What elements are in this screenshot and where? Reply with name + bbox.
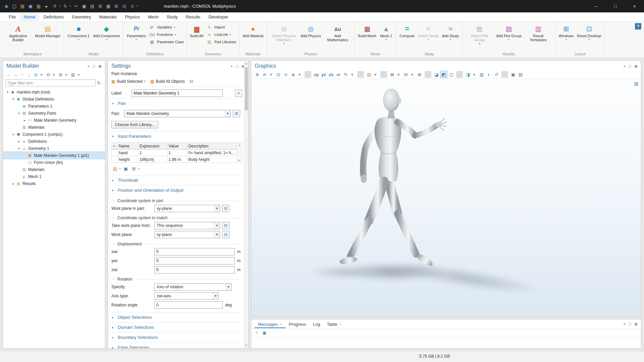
panel-menu-icon[interactable]: ▾ xyxy=(624,64,625,68)
panel-menu-icon[interactable]: ▾ xyxy=(231,64,232,68)
new-file-icon[interactable]: ▢ xyxy=(11,3,18,10)
collapse-menu-icon[interactable]: ▾ xyxy=(51,71,57,78)
tree-item-materials-global[interactable]: Materials xyxy=(3,124,105,131)
specify-select[interactable]: Axis of rotation ▼ xyxy=(154,283,231,291)
separator[interactable] xyxy=(380,71,387,78)
select-physics-interface-button[interactable]: Select Physics Interface ▾ xyxy=(269,23,299,46)
add-physics-button[interactable]: Add Physics xyxy=(299,23,322,39)
dock-panel-icon[interactable]: ▣ xyxy=(635,322,638,326)
result-templates-button[interactable]: Result Templates xyxy=(524,23,553,43)
float-panel-icon[interactable]: ▢ xyxy=(235,64,238,68)
redo-icon[interactable]: ↻ xyxy=(62,3,69,10)
deselect-menu-icon[interactable]: ▾ xyxy=(409,71,416,78)
zoom-box-icon[interactable]: ⊞ xyxy=(416,71,423,78)
expander-icon[interactable]: ▾ xyxy=(5,90,10,94)
separator[interactable] xyxy=(456,71,463,78)
go-to-part-icon[interactable]: ⊞ xyxy=(233,110,240,117)
menu-tab-definitions[interactable]: Definitions xyxy=(40,13,68,21)
zoom-out-icon[interactable]: ⊖ xyxy=(261,71,268,78)
parameters-button[interactable]: Parameters ▾ xyxy=(125,23,147,42)
cut-icon[interactable]: ✂ xyxy=(72,3,80,10)
build-all-objects-button[interactable]: ▦ Build All Objects xyxy=(150,79,185,84)
go-back-icon[interactable]: ← xyxy=(6,71,12,78)
compute-button[interactable]: Compute xyxy=(398,23,416,39)
select-menu-icon[interactable]: ▾ xyxy=(395,71,402,78)
scroll-up-icon[interactable]: ▴ xyxy=(239,143,240,146)
tree-item-parameters[interactable]: Parameters 1 xyxy=(3,103,105,110)
tree-item-global-definitions[interactable]: ▾Global Definitions xyxy=(3,96,105,103)
param-name[interactable]: hand xyxy=(117,149,138,156)
copy-icon[interactable]: ▣ xyxy=(80,3,88,10)
dock-panel-icon[interactable]: ▣ xyxy=(99,64,102,68)
go-to-zx-view-icon[interactable]: zx xyxy=(328,71,334,78)
zoom-to-selection-icon[interactable]: ⊙ xyxy=(282,71,289,78)
window-layout-icon[interactable]: ⊟ xyxy=(121,3,128,10)
load-from-file-icon[interactable]: ▤ xyxy=(111,165,119,172)
save-icon[interactable]: ▣ xyxy=(27,3,34,10)
add-material-button[interactable]: Add Material xyxy=(241,23,265,39)
param-description[interactable]: Body height xyxy=(187,156,237,163)
tree-item-male-manikin-geometry1[interactable]: Male Manikin Geometry 1 (pi1) xyxy=(3,152,105,159)
label-input[interactable] xyxy=(131,89,223,97)
part-libraries-button[interactable]: Part Libraries xyxy=(206,39,236,45)
tab-log[interactable]: Log xyxy=(310,320,324,328)
model-manager-button[interactable]: Model Manager xyxy=(34,23,62,39)
panel-menu-icon[interactable]: ▾ xyxy=(624,322,625,326)
param-name[interactable]: height xyxy=(117,156,138,163)
deselect-box-icon[interactable]: ⊟ xyxy=(402,71,409,78)
tree-item-geometry-parts[interactable]: ▾Geometry Parts xyxy=(3,110,105,117)
expander-icon[interactable]: ▾ xyxy=(16,112,21,115)
section-domain-selections[interactable]: ▸ Domain Selections xyxy=(111,322,242,332)
refresh-filter-icon[interactable]: ↻ xyxy=(96,80,102,85)
build-mesh-button[interactable]: Build Mesh xyxy=(357,23,378,39)
scrollbar-thumb[interactable] xyxy=(245,67,248,110)
column-header[interactable]: Name xyxy=(117,143,138,149)
mesh1-button[interactable]: Mesh 1 ▾ xyxy=(378,23,394,42)
scroll-down-icon[interactable]: ▼ xyxy=(244,344,249,347)
undo-menu-icon[interactable]: ▾ xyxy=(58,3,61,10)
settings-scrollbar[interactable]: ▲ ▼ xyxy=(244,61,248,348)
build-window-icon[interactable]: ⊡ xyxy=(190,79,193,84)
go-to-work-plane-icon[interactable]: ⊟ xyxy=(222,205,229,212)
application-builder-button[interactable]: Application Builder xyxy=(3,23,33,43)
column-header[interactable]: Value xyxy=(167,143,187,149)
tab-progress[interactable]: Progress xyxy=(285,320,310,328)
clip-plane-icon[interactable]: ◨ xyxy=(465,71,471,78)
scene-light-icon[interactable]: ◐ xyxy=(486,71,492,78)
redo-menu-icon[interactable]: ▾ xyxy=(69,3,72,10)
expand-menu-icon[interactable]: ▾ xyxy=(63,71,69,78)
expander-icon[interactable]: ▸ xyxy=(11,182,16,185)
expander-icon[interactable]: ▸ xyxy=(16,140,21,143)
scroll-up-icon[interactable]: ▲ xyxy=(244,62,249,65)
rotate-view-icon[interactable]: ↻ xyxy=(342,71,349,78)
select-plot-group-button[interactable]: Select Plot Group ▾ xyxy=(465,23,494,46)
column-header[interactable]: Expression xyxy=(138,143,167,149)
go-forward-icon[interactable]: → xyxy=(12,71,19,78)
menu-tab-geometry[interactable]: Geometry xyxy=(68,13,95,21)
float-panel-icon[interactable]: ▢ xyxy=(628,64,631,68)
expander-icon[interactable]: ▾ xyxy=(16,147,21,150)
select-study-button[interactable]: Select Study ▾ xyxy=(417,23,440,42)
parameter-row-height[interactable]: height 186[cm] 1.86 m Body height xyxy=(112,156,237,163)
tab-table[interactable]: Table × xyxy=(323,320,345,328)
preview-icon[interactable]: ▸ xyxy=(43,3,50,10)
zoom-extents-icon[interactable]: ⊡ xyxy=(275,71,282,78)
rotation-angle-input[interactable] xyxy=(154,301,223,309)
windows-button[interactable]: Windows ▾ xyxy=(557,23,575,42)
panel-menu-icon[interactable]: ▾ xyxy=(88,64,89,68)
choose-from-library-button[interactable]: Choose from Library... xyxy=(111,121,158,128)
tree-item-component1[interactable]: ▾Component 1 (comp1) xyxy=(3,131,105,138)
separator[interactable] xyxy=(501,71,508,78)
table-scrollbar[interactable]: ▴▾ xyxy=(237,142,242,163)
take-work-plane-select[interactable]: This sequence ▼ xyxy=(154,222,220,229)
default-view-menu-icon[interactable]: ▾ xyxy=(296,71,303,78)
help-button[interactable]: ? xyxy=(635,23,641,29)
add-plot-group-button[interactable]: Add Plot Group ▾ xyxy=(495,23,523,42)
tree-item-materials-comp[interactable]: Materials xyxy=(3,166,105,173)
section-part[interactable]: ▾ Part xyxy=(111,98,242,108)
component-button[interactable]: Component 1 ▾ xyxy=(66,23,91,42)
menu-tab-physics[interactable]: Physics xyxy=(121,13,144,21)
menu-tab-file[interactable]: File xyxy=(5,13,20,21)
expander-icon[interactable]: ▸ xyxy=(22,119,27,122)
move-down-icon[interactable]: ↓ xyxy=(26,71,32,78)
